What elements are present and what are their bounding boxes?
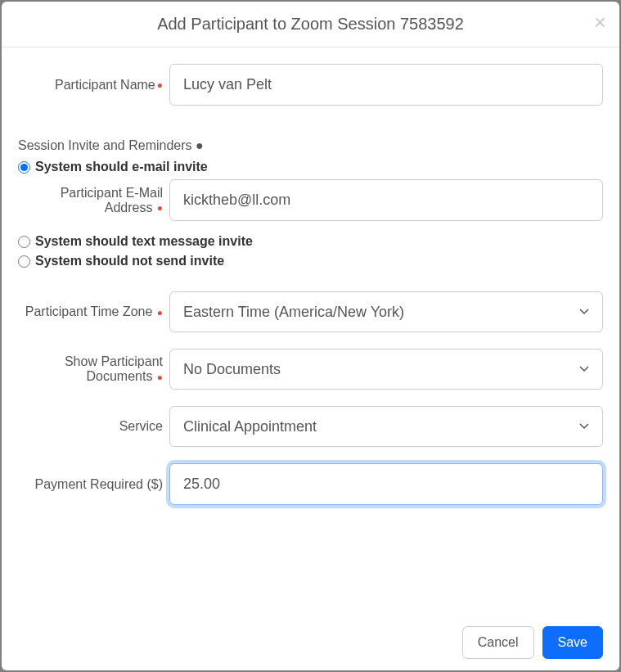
radio-email-input[interactable] <box>18 161 30 174</box>
radio-none-row[interactable]: System should not send invite <box>18 254 603 268</box>
email-row: Participant E-Mail Address ● <box>18 179 603 221</box>
radio-email-label: System should e-mail invite <box>35 160 208 174</box>
label-text: Participant E-Mail Address <box>61 186 163 214</box>
close-button[interactable]: × <box>594 11 606 33</box>
radio-none-label: System should not send invite <box>35 254 224 268</box>
participant-name-label: Participant Name● <box>18 78 169 92</box>
documents-label: Show Participant Documents ● <box>18 354 169 384</box>
radio-text-label: System should text message invite <box>35 234 253 249</box>
payment-label: Payment Required ($) <box>18 477 169 492</box>
required-dot-icon: ● <box>157 79 163 91</box>
service-label: Service <box>18 419 169 434</box>
input-wrapper <box>169 64 603 106</box>
timezone-select[interactable]: Eastern Time (America/New York) <box>169 291 603 332</box>
required-dot-icon: ● <box>196 138 204 152</box>
required-dot-icon: ● <box>154 307 163 318</box>
radio-text-input[interactable] <box>18 236 30 248</box>
service-row: Service Clinical Appointment <box>18 406 603 447</box>
input-wrapper <box>169 179 603 221</box>
radio-text-row[interactable]: System should text message invite <box>18 234 603 249</box>
timezone-label: Participant Time Zone ● <box>18 304 169 319</box>
timezone-row: Participant Time Zone ● Eastern Time (Am… <box>18 291 603 332</box>
required-dot-icon: ● <box>154 372 163 383</box>
input-wrapper: Eastern Time (America/New York) <box>169 291 603 332</box>
label-text: Payment Required ($) <box>34 477 163 491</box>
radio-email-row[interactable]: System should e-mail invite <box>18 160 603 174</box>
payment-row: Payment Required ($) <box>18 463 603 505</box>
input-wrapper: Clinical Appointment <box>169 406 603 447</box>
label-text: Participant Time Zone <box>25 304 153 318</box>
label-text: Participant Name <box>55 78 155 92</box>
label-text: Service <box>119 419 163 433</box>
save-button[interactable]: Save <box>542 626 603 659</box>
modal-title: Add Participant to Zoom Session 7583592 <box>157 15 464 34</box>
radio-none-input[interactable] <box>18 255 30 268</box>
documents-row: Show Participant Documents ● No Document… <box>18 349 603 390</box>
modal-header: Add Participant to Zoom Session 7583592 … <box>2 2 619 47</box>
label-text: Show Participant Documents <box>65 354 163 383</box>
input-wrapper <box>169 463 603 505</box>
heading-text: Session Invite and Reminders <box>18 138 192 152</box>
invite-heading: Session Invite and Reminders ● <box>18 138 603 153</box>
input-wrapper: No Documents <box>169 349 603 390</box>
add-participant-modal: Add Participant to Zoom Session 7583592 … <box>2 2 619 670</box>
required-dot-icon: ● <box>154 202 163 214</box>
invite-section: Session Invite and Reminders ● System sh… <box>18 138 603 268</box>
cancel-button[interactable]: Cancel <box>462 626 534 659</box>
email-label: Participant E-Mail Address ● <box>18 186 169 215</box>
modal-body: Participant Name● Session Invite and Rem… <box>2 47 619 615</box>
service-select[interactable]: Clinical Appointment <box>169 406 603 447</box>
payment-input[interactable] <box>169 463 603 505</box>
email-input[interactable] <box>169 179 603 221</box>
modal-footer: Cancel Save <box>2 615 619 670</box>
participant-name-input[interactable] <box>169 64 603 106</box>
participant-name-row: Participant Name● <box>18 64 603 106</box>
documents-select[interactable]: No Documents <box>169 349 603 390</box>
